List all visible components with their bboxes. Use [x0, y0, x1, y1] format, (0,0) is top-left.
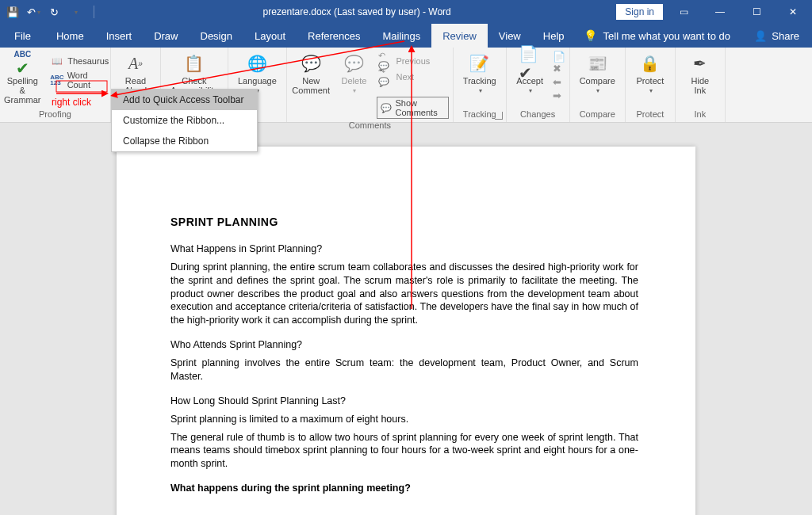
doc-subheading: What happens during the sprint planning …: [170, 482, 638, 495]
undo-icon[interactable]: ↶▾: [27, 6, 40, 18]
tracking-button[interactable]: 📝 Tracking ▾: [458, 51, 501, 96]
group-label-ink: Ink: [695, 108, 707, 120]
accessibility-icon: 📋: [183, 52, 205, 74]
globe-icon: 🌐: [246, 52, 268, 74]
tell-me-label: Tell me what you want to do: [603, 30, 730, 42]
group-changes: 📄✔ Accept ▾ 📄✖ ⬅ ➡ Changes: [507, 48, 570, 122]
ribbon-display-icon[interactable]: ▭: [668, 0, 699, 24]
group-label-tracking: Tracking: [463, 108, 496, 120]
chevron-down-icon: ▾: [479, 87, 482, 94]
chevron-down-icon: ▾: [649, 87, 653, 94]
chevron-down-icon: ▾: [596, 87, 599, 94]
menu-mailings[interactable]: Mailings: [372, 24, 432, 48]
lightbulb-icon: 💡: [584, 29, 597, 42]
read-aloud-icon: A»: [124, 52, 147, 74]
share-icon: 👤: [754, 30, 767, 42]
abc123-icon: ABC123: [50, 74, 63, 86]
context-menu: Add to Quick Access Toolbar Customize th…: [111, 89, 258, 152]
doc-subheading: How Long Should Sprint Planning Last?: [170, 395, 638, 408]
doc-subheading: Who Attends Sprint Planning?: [170, 338, 638, 352]
spelling-grammar-button[interactable]: ABC✔ Spelling & Grammar: [0, 51, 45, 106]
prev-change-icon[interactable]: ⬅: [553, 76, 565, 88]
doc-paragraph: Sprint planning involves the entire Scru…: [170, 357, 638, 383]
group-label-changes: Changes: [520, 108, 555, 120]
next-icon: ↷💬: [378, 71, 393, 83]
group-label-proofing: Proofing: [39, 108, 71, 120]
group-ink: ✒ Hide Ink Ink: [676, 48, 726, 122]
chevron-down-icon: ▾: [353, 87, 356, 94]
group-label-protect: Protect: [636, 108, 664, 120]
ink-icon: ✒: [689, 52, 711, 74]
compare-button[interactable]: 📰 Compare ▾: [575, 51, 620, 96]
show-comments-icon: 💬: [381, 103, 392, 113]
abc-check-icon: ABC✔: [11, 52, 33, 74]
share-label: Share: [772, 30, 799, 42]
new-comment-icon: 💬: [300, 52, 322, 74]
window-title: prezentare.docx (Last saved by user) - W…: [98, 6, 616, 17]
context-add-to-qat[interactable]: Add to Quick Access Toolbar: [112, 90, 257, 110]
doc-paragraph: Sprint planning is limited to a maximum …: [170, 413, 638, 426]
previous-icon: ↶💬: [378, 55, 393, 67]
menu-insert[interactable]: Insert: [95, 24, 144, 48]
accept-icon: 📄✔: [519, 52, 541, 74]
separator: [94, 6, 94, 18]
thesaurus-button[interactable]: 📖Thesaurus: [48, 54, 110, 68]
document-page: SPRINT PLANNING What Happens in Sprint P…: [117, 147, 695, 515]
menu-review[interactable]: Review: [431, 24, 488, 48]
group-proofing: ABC✔ Spelling & Grammar 📖Thesaurus ABC12…: [0, 48, 111, 122]
menu-file[interactable]: File: [0, 24, 45, 48]
dialog-launcher-icon[interactable]: [495, 112, 503, 120]
chevron-down-icon: ▾: [529, 87, 532, 94]
annotation-rightclick: right click: [52, 97, 91, 108]
sign-in-button[interactable]: Sign in: [616, 4, 663, 20]
group-label-compare: Compare: [580, 108, 615, 120]
new-comment-button[interactable]: 💬 New Comment: [291, 51, 331, 97]
tracking-icon: 📝: [469, 52, 491, 74]
group-compare: 📰 Compare ▾ Compare: [570, 48, 626, 122]
delete-comment-button[interactable]: 💬 Delete ▾: [334, 51, 373, 96]
context-customize-ribbon[interactable]: Customize the Ribbon...: [112, 110, 257, 131]
menu-layout[interactable]: Layout: [243, 24, 297, 48]
menu-bar: File Home Insert Draw Design Layout Refe…: [0, 24, 812, 48]
close-icon[interactable]: ✕: [777, 0, 809, 24]
qat-dropdown-icon[interactable]: ▾: [70, 6, 82, 18]
book-icon: 📖: [50, 55, 64, 67]
doc-heading: SPRINT PLANNING: [170, 215, 638, 230]
share-button[interactable]: 👤 Share: [741, 30, 812, 42]
title-bar: 💾 ↶▾ ↻ ▾ prezentare.docx (Last saved by …: [0, 0, 812, 24]
lock-icon: 🔒: [639, 52, 661, 74]
doc-subheading: What Happens in Sprint Planning?: [170, 242, 638, 256]
hide-ink-button[interactable]: ✒ Hide Ink: [680, 51, 720, 97]
group-tracking: 📝 Tracking ▾ Tracking: [454, 48, 507, 122]
group-comments: 💬 New Comment 💬 Delete ▾ ↶💬Previous ↷💬Ne…: [287, 48, 454, 122]
maximize-icon[interactable]: ☐: [741, 0, 772, 24]
menu-draw[interactable]: Draw: [143, 24, 189, 48]
next-comment-button[interactable]: ↷💬Next: [377, 70, 448, 84]
group-protect: 🔒 Protect ▾ Protect: [626, 48, 676, 122]
context-collapse-ribbon[interactable]: Collapse the Ribbon: [112, 131, 257, 151]
next-change-icon[interactable]: ➡: [553, 90, 565, 101]
redo-icon[interactable]: ↻: [48, 6, 60, 18]
menu-design[interactable]: Design: [190, 24, 243, 48]
menu-home[interactable]: Home: [45, 24, 95, 48]
reject-icon[interactable]: 📄✖: [553, 51, 565, 74]
doc-paragraph: During sprint planning, the entire scrum…: [170, 261, 638, 327]
show-comments-button[interactable]: 💬 Show Comments: [377, 97, 448, 119]
protect-button[interactable]: 🔒 Protect ▾: [630, 51, 670, 96]
word-count-button[interactable]: ABC123Word Count: [48, 70, 110, 90]
compare-icon: 📰: [586, 52, 608, 74]
document-area[interactable]: SPRINT PLANNING What Happens in Sprint P…: [0, 123, 812, 515]
minimize-icon[interactable]: —: [704, 0, 736, 24]
tell-me-box[interactable]: 💡 Tell me what you want to do: [584, 29, 730, 42]
accept-button[interactable]: 📄✔ Accept ▾: [510, 51, 550, 96]
menu-references[interactable]: References: [297, 24, 371, 48]
delete-comment-icon: 💬: [343, 52, 365, 74]
save-icon[interactable]: 💾: [6, 6, 19, 18]
quick-access-toolbar: 💾 ↶▾ ↻ ▾: [0, 6, 98, 18]
doc-paragraph: The general rule of thumb is to allow tw…: [170, 431, 638, 471]
